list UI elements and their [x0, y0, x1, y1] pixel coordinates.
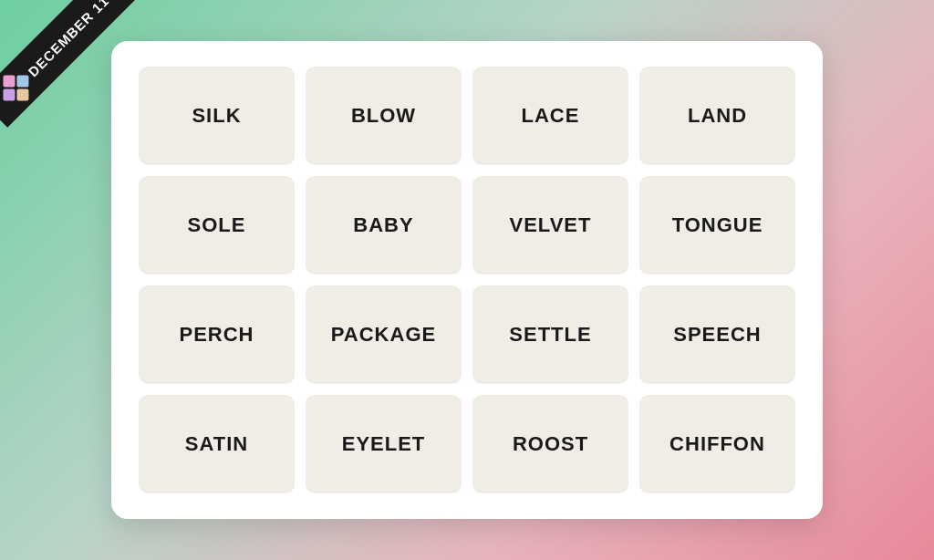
word-tile-label: BLOW [351, 104, 416, 128]
banner-strip: DECEMBER 11 [0, 0, 137, 128]
corner-banner: DECEMBER 11 [0, 0, 164, 164]
word-tile-label: EYELET [342, 432, 426, 456]
word-tile[interactable]: ROOST [472, 395, 628, 493]
word-tile-label: LACE [522, 104, 580, 128]
word-tile[interactable]: PERCH [139, 285, 295, 384]
word-tile[interactable]: EYELET [306, 395, 462, 493]
game-board: SILKBLOWLACELANDSOLEBABYVELVETTONGUEPERC… [111, 41, 823, 519]
word-tile[interactable]: BLOW [306, 67, 462, 165]
word-tile[interactable]: PACKAGE [306, 285, 462, 384]
word-tile-label: SOLE [188, 213, 246, 237]
word-tile-label: VELVET [510, 213, 592, 237]
word-tile[interactable]: SPEECH [639, 285, 795, 384]
word-tile-label: LAND [688, 104, 747, 128]
word-tile[interactable]: TONGUE [639, 176, 795, 275]
word-tile-label: TONGUE [672, 213, 763, 237]
word-tile-label: PACKAGE [331, 323, 436, 347]
word-tile-label: CHIFFON [669, 432, 765, 456]
word-tile-label: SATIN [185, 432, 248, 456]
word-tile[interactable]: VELVET [472, 176, 628, 275]
word-tile-label: SETTLE [509, 323, 591, 347]
banner-text: DECEMBER 11 [25, 0, 111, 79]
word-tile-label: BABY [353, 213, 413, 237]
word-tile[interactable]: LACE [472, 67, 628, 165]
word-tile[interactable]: SETTLE [472, 285, 628, 384]
word-tile-label: ROOST [513, 432, 588, 456]
game-icon [4, 75, 29, 100]
word-tile[interactable]: SATIN [139, 395, 295, 493]
word-tile[interactable]: LAND [639, 67, 795, 165]
word-tile-label: PERCH [179, 323, 254, 347]
word-grid: SILKBLOWLACELANDSOLEBABYVELVETTONGUEPERC… [139, 67, 795, 493]
word-tile-label: SPEECH [673, 323, 761, 347]
word-tile[interactable]: CHIFFON [639, 395, 795, 493]
word-tile-label: SILK [192, 104, 241, 128]
word-tile[interactable]: BABY [306, 176, 462, 275]
word-tile[interactable]: SOLE [139, 176, 295, 275]
